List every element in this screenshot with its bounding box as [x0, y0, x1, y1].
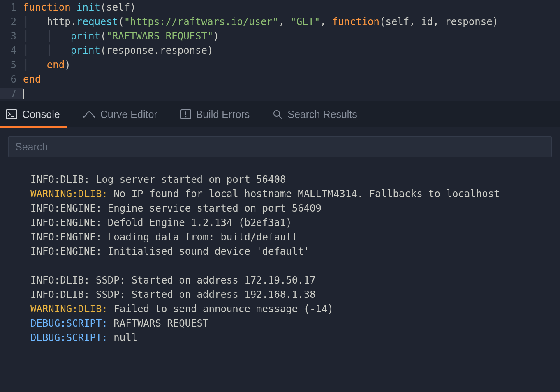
log-line: WARNING:DLIB: No IP found for local host… [30, 187, 560, 201]
code-line[interactable]: 4│ │ print(response.response) [0, 43, 560, 58]
tab-label: Search Results [287, 108, 357, 120]
tab-console[interactable]: Console [2, 101, 63, 127]
code-line[interactable]: 7 [0, 86, 560, 101]
tab-label: Curve Editor [100, 108, 157, 120]
panel-tabs: Console Curve Editor Build Errors [0, 101, 560, 127]
warning-icon [180, 109, 191, 119]
line-number: 1 [0, 2, 23, 13]
code-content[interactable] [23, 88, 24, 99]
code-content[interactable]: function init(self) [23, 2, 136, 13]
line-number: 4 [0, 45, 23, 56]
code-content[interactable]: │ │ print("RAFTWARS REQUEST") [23, 30, 219, 42]
log-line: INFO:DLIB: SSDP: Started on address 192.… [30, 288, 560, 302]
log-line: DEBUG:SCRIPT: RAFTWARS REQUEST [30, 316, 560, 331]
console-panel: INFO:DLIB: Log server started on port 56… [0, 127, 560, 345]
svg-point-2 [83, 116, 85, 118]
code-line[interactable]: 2│ http.request("https://raftwars.io/use… [0, 14, 560, 29]
search-icon [273, 109, 282, 119]
tab-search-results[interactable]: Search Results [269, 101, 361, 127]
code-content[interactable]: │ http.request("https://raftwars.io/user… [23, 16, 498, 28]
svg-rect-0 [6, 110, 17, 119]
code-line[interactable]: 3│ │ print("RAFTWARS REQUEST") [0, 29, 560, 43]
line-number: 7 [0, 88, 23, 99]
tab-build-errors[interactable]: Build Errors [177, 101, 253, 127]
terminal-icon [6, 109, 17, 119]
svg-line-8 [279, 115, 282, 118]
line-number: 2 [0, 16, 23, 28]
code-content[interactable]: │ end) [23, 59, 71, 71]
code-line[interactable]: 6end [0, 72, 560, 86]
log-line: INFO:ENGINE: Engine service started on p… [30, 201, 560, 216]
svg-point-6 [185, 116, 186, 118]
log-line: INFO:ENGINE: Defold Engine 1.2.134 (b2ef… [30, 216, 560, 230]
tab-label: Console [22, 108, 60, 120]
log-line: INFO:ENGINE: Initialised sound device 'd… [30, 244, 560, 259]
code-line[interactable]: 1function init(self) [0, 0, 560, 14]
line-number: 6 [0, 74, 23, 85]
log-line: DEBUG:SCRIPT: null [30, 331, 560, 345]
line-number: 3 [0, 30, 23, 42]
code-content[interactable]: end [23, 74, 41, 85]
log-line: WARNING:DLIB: Failed to send announce me… [30, 302, 560, 316]
log-line: INFO:DLIB: SSDP: Started on address 172.… [30, 273, 560, 288]
log-line: INFO:DLIB: Log server started on port 56… [30, 173, 560, 187]
tab-curve-editor[interactable]: Curve Editor [80, 101, 161, 127]
code-content[interactable]: │ │ print(response.response) [23, 45, 213, 56]
console-log[interactable]: INFO:DLIB: Log server started on port 56… [0, 164, 560, 345]
tab-label: Build Errors [196, 108, 250, 120]
code-line[interactable]: 5│ end) [0, 58, 560, 72]
code-editor[interactable]: 1function init(self)2│ http.request("htt… [0, 0, 560, 101]
log-line: INFO:ENGINE: Loading data from: build/de… [30, 230, 560, 244]
line-number: 5 [0, 59, 23, 71]
curve-icon [83, 110, 95, 118]
svg-point-3 [94, 116, 95, 118]
console-search-input[interactable] [8, 136, 552, 157]
